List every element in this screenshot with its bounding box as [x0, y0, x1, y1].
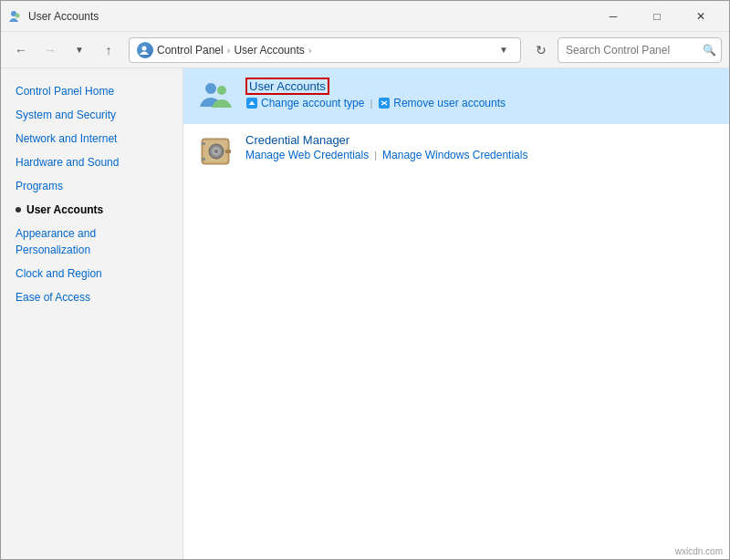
svg-rect-14	[202, 158, 205, 161]
link-separator-1: |	[370, 98, 372, 109]
sidebar-label-user-accounts: User Accounts	[26, 202, 103, 218]
sidebar-item-clock-and-region[interactable]: Clock and Region	[1, 262, 182, 285]
svg-point-11	[214, 150, 218, 153]
svg-rect-13	[202, 142, 205, 145]
address-sep-2: ›	[308, 45, 312, 56]
sidebar-label-system-and-security: System and Security	[16, 107, 116, 123]
sidebar-item-user-accounts[interactable]: User Accounts	[1, 198, 182, 222]
sidebar-label-ease-of-access: Ease of Access	[16, 289, 90, 306]
sidebar-active-dot	[16, 207, 21, 213]
search-input[interactable]	[566, 44, 703, 57]
sidebar-item-system-and-security[interactable]: System and Security	[1, 103, 182, 127]
credential-manager-icon	[198, 133, 235, 170]
address-sep-1: ›	[227, 45, 231, 56]
change-account-type-label: Change account type	[261, 97, 364, 109]
user-accounts-links: Change account type | Remove user accoun…	[245, 97, 714, 109]
address-dropdown-button[interactable]: ▼	[495, 41, 513, 59]
title-bar-controls: ─ □ ✕	[592, 1, 722, 32]
sidebar-item-hardware-and-sound[interactable]: Hardware and Sound	[1, 150, 182, 174]
title-bar-title: User Accounts	[28, 10, 592, 23]
watermark: wxicdn.com	[675, 546, 723, 556]
title-bar-icon	[8, 9, 23, 24]
manage-windows-credentials-label: Manage Windows Credentials	[382, 149, 527, 161]
close-button[interactable]: ✕	[680, 1, 722, 32]
user-accounts-title[interactable]: User Accounts	[245, 78, 329, 95]
content-item-user-accounts: User Accounts Change account type |	[183, 68, 729, 124]
svg-point-4	[217, 86, 226, 95]
manage-web-credentials-link[interactable]: Manage Web Credentials	[245, 149, 369, 161]
minimize-button[interactable]: ─	[592, 1, 634, 32]
svg-point-1	[16, 13, 20, 17]
credential-manager-links: Manage Web Credentials | Manage Windows …	[245, 149, 714, 161]
search-box: 🔍	[558, 37, 722, 63]
change-account-type-link[interactable]: Change account type	[245, 97, 364, 109]
sidebar-label-network-and-internet: Network and Internet	[16, 130, 117, 147]
sidebar-item-appearance-and-personalization[interactable]: Appearance andPersonalization	[1, 222, 182, 262]
refresh-button[interactable]: ↻	[528, 37, 554, 63]
nav-bar: ← → ▼ ↑ Control Panel › User Accounts › …	[1, 32, 729, 68]
svg-point-3	[205, 83, 216, 94]
address-text: Control Panel › User Accounts ›	[157, 44, 491, 57]
sidebar-item-ease-of-access[interactable]: Ease of Access	[1, 285, 182, 309]
sidebar-label-programs: Programs	[16, 178, 63, 194]
title-bar: User Accounts ─ □ ✕	[1, 1, 729, 32]
sidebar-item-control-panel-home[interactable]: Control Panel Home	[1, 79, 182, 103]
svg-rect-12	[225, 150, 231, 153]
sidebar-label-appearance-and-personalization: Appearance andPersonalization	[16, 225, 96, 258]
content-item-credential-manager: Credential Manager Manage Web Credential…	[183, 124, 729, 180]
manage-windows-credentials-link[interactable]: Manage Windows Credentials	[382, 149, 527, 161]
sidebar-label-hardware-and-sound: Hardware and Sound	[16, 154, 119, 171]
content-area: User Accounts Change account type |	[183, 68, 729, 560]
remove-user-accounts-label: Remove user accounts	[393, 97, 506, 109]
link-separator-2: |	[374, 150, 377, 161]
sidebar-item-network-and-internet[interactable]: Network and Internet	[1, 127, 182, 150]
svg-point-2	[142, 46, 147, 50]
back-button[interactable]: ←	[8, 37, 34, 63]
maximize-button[interactable]: □	[636, 1, 678, 32]
sidebar: Control Panel Home System and Security N…	[1, 68, 183, 560]
forward-button[interactable]: →	[37, 37, 63, 63]
manage-web-credentials-label: Manage Web Credentials	[245, 149, 369, 161]
credential-manager-title[interactable]: Credential Manager	[245, 133, 714, 147]
address-icon	[137, 42, 153, 58]
sidebar-item-programs[interactable]: Programs	[1, 174, 182, 198]
address-user-accounts[interactable]: User Accounts	[234, 44, 304, 57]
sidebar-label-clock-and-region: Clock and Region	[16, 265, 102, 282]
address-bar[interactable]: Control Panel › User Accounts › ▼	[129, 37, 521, 63]
recent-button[interactable]: ▼	[67, 37, 92, 63]
search-icon: 🔍	[703, 44, 716, 57]
credential-manager-body: Credential Manager Manage Web Credential…	[245, 133, 714, 161]
user-accounts-body: User Accounts Change account type |	[245, 78, 714, 109]
remove-user-accounts-link[interactable]: Remove user accounts	[378, 97, 506, 109]
up-button[interactable]: ↑	[96, 37, 121, 63]
address-control-panel[interactable]: Control Panel	[157, 44, 224, 57]
user-accounts-icon	[198, 78, 235, 114]
sidebar-label-control-panel-home: Control Panel Home	[16, 83, 114, 99]
main-area: Control Panel Home System and Security N…	[1, 68, 729, 560]
